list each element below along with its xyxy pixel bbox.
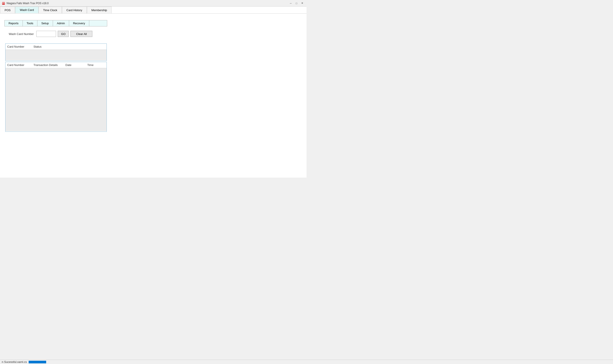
minimize-button[interactable]: ─ [288,1,293,5]
main-tabs: POS Wash Card Time Clock Card History Me… [0,7,306,13]
tab-membership[interactable]: Membership [87,7,112,13]
tables-container: Card Number Status Card Number Transacti… [5,43,302,132]
lower-col-transaction-details: Transaction Details [33,63,65,67]
clear-all-button[interactable]: Clear All [70,31,92,37]
tab-card-history[interactable]: Card History [62,7,87,13]
title-bar: W Niagara Falls Wash Trax POS v18.0 ─ □ … [0,0,306,7]
upper-col-status: Status [33,45,105,48]
sub-menu-bar: Reports Tools Setup Admin Recovery [4,20,107,26]
lower-table-header: Card Number Transaction Details Date Tim… [5,62,107,68]
maximize-button[interactable]: □ [294,1,299,5]
sub-menu-recovery[interactable]: Recovery [69,20,89,26]
svg-text:W: W [2,2,5,5]
lower-table: Card Number Transaction Details Date Tim… [5,62,107,132]
upper-table-header: Card Number Status [5,44,107,50]
sub-menu-empty [89,20,107,26]
title-bar-controls: ─ □ ✕ [288,1,305,5]
title-bar-text: Niagara Falls Wash Trax POS v18.0 [7,2,288,5]
close-button[interactable]: ✕ [299,1,305,5]
upper-table: Card Number Status [5,43,107,61]
lower-col-time: Time [87,63,105,67]
go-button[interactable]: GO [58,31,69,37]
sub-menu-reports[interactable]: Reports [5,20,23,26]
wash-card-number-label: Wash Card Number [9,32,34,36]
lower-col-date: Date [65,63,87,67]
sub-menu-tools[interactable]: Tools [23,20,37,26]
sub-menu-admin[interactable]: Admin [53,20,69,26]
upper-table-body [5,50,107,60]
lower-table-body [5,68,107,131]
lower-col-card-number: Card Number [7,63,33,67]
wash-card-number-input[interactable] [36,31,56,37]
input-row: Wash Card Number GO Clear All [9,31,302,37]
sub-menu-setup[interactable]: Setup [37,20,53,26]
app-icon: W [2,1,5,5]
upper-col-card-number: Card Number [7,45,33,48]
tab-time-clock[interactable]: Time Clock [39,7,62,13]
content-area: Reports Tools Setup Admin Recovery Wash … [0,13,306,178]
tab-pos[interactable]: POS [0,7,15,13]
tab-wash-card[interactable]: Wash Card [15,7,39,13]
